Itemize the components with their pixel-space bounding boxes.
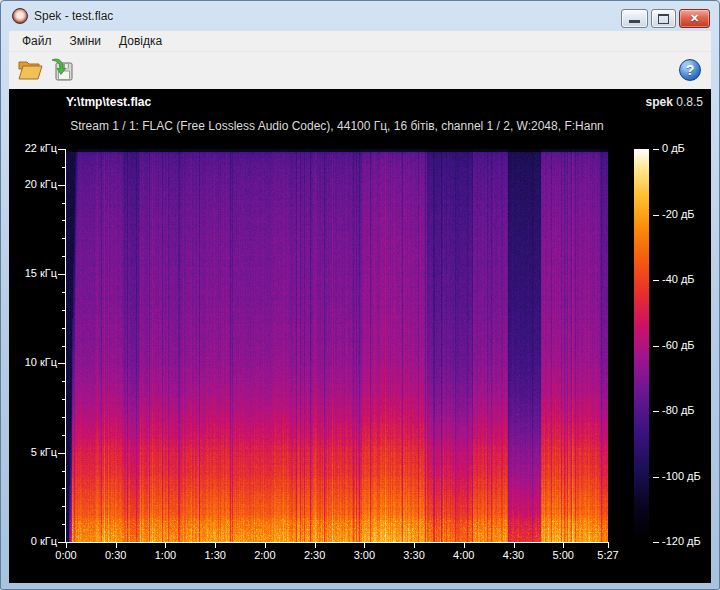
help-button[interactable]: ?: [675, 55, 705, 85]
y-axis-line: [65, 149, 66, 543]
y-tick-label: 10 кГц: [9, 356, 57, 368]
y-tick-label: 15 кГц: [9, 267, 57, 279]
legend-tick-label: 0 дБ: [662, 142, 685, 154]
x-tick-label: 2:00: [245, 549, 285, 561]
menubar: Файл Зміни Довідка: [9, 31, 711, 52]
plot-area: Y:\tmp\test.flac spek 0.8.5 Stream 1 / 1…: [9, 89, 711, 583]
legend-tick-label: -120 дБ: [662, 535, 701, 547]
brand-version: 0.8.5: [676, 95, 703, 109]
save-image-button[interactable]: [47, 55, 77, 85]
brand-name: spek: [646, 95, 673, 109]
legend-tick: [653, 346, 659, 347]
menu-item-edit[interactable]: Зміни: [61, 31, 111, 51]
x-tick-label: 1:30: [195, 549, 235, 561]
window-title: Spek - test.flac: [34, 9, 113, 23]
x-tick-label: 3:30: [394, 549, 434, 561]
minimize-icon: [629, 20, 640, 23]
legend-tick-label: -100 дБ: [662, 470, 701, 482]
spectrogram-canvas: [66, 149, 608, 542]
legend-tick: [653, 542, 659, 543]
x-tick-label: 5:00: [543, 549, 583, 561]
open-file-button[interactable]: [15, 55, 45, 85]
x-tick-label: 1:00: [145, 549, 185, 561]
menu-item-file[interactable]: Файл: [13, 31, 61, 51]
legend-tick-label: -80 дБ: [662, 404, 695, 416]
legend-tick-label: -60 дБ: [662, 339, 695, 351]
legend-tick: [653, 215, 659, 216]
stream-info-label: Stream 1 / 1: FLAC (Free Lossless Audio …: [66, 119, 608, 133]
titlebar[interactable]: Spek - test.flac ✕: [1, 1, 719, 31]
legend-tick: [653, 477, 659, 478]
x-tick-label: 0:30: [96, 549, 136, 561]
legend-tick-label: -40 дБ: [662, 273, 695, 285]
x-tick-label: 0:00: [46, 549, 86, 561]
y-tick-label: 5 кГц: [9, 446, 57, 458]
y-tick-label: 20 кГц: [9, 178, 57, 190]
x-tick-label: 4:30: [494, 549, 534, 561]
open-folder-icon: [17, 58, 44, 82]
close-icon: ✕: [680, 10, 709, 27]
maximize-icon: [658, 14, 669, 24]
file-path-label: Y:\tmp\test.flac: [66, 95, 151, 109]
y-tick-label: 0 кГц: [9, 535, 57, 547]
legend-tick: [653, 411, 659, 412]
minimize-button[interactable]: [621, 9, 648, 28]
x-tick-label: 4:00: [444, 549, 484, 561]
x-tick-label: 3:00: [344, 549, 384, 561]
spek-app-icon[interactable]: [12, 8, 28, 24]
x-tick-label: 2:30: [295, 549, 335, 561]
save-image-icon: [49, 57, 75, 83]
y-tick-label: 22 кГц: [9, 142, 57, 154]
legend-color-bar: [634, 149, 649, 542]
brand-line: spek 0.8.5: [646, 95, 703, 109]
menu-item-help[interactable]: Довідка: [110, 31, 171, 51]
x-tick-label: 5:27: [588, 549, 628, 561]
help-icon: ?: [679, 59, 701, 81]
legend-tick-label: -20 дБ: [662, 208, 695, 220]
spek-window: Spek - test.flac ✕ Файл Зміни Довідка: [0, 0, 720, 590]
maximize-button[interactable]: [651, 9, 676, 28]
toolbar: ?: [9, 52, 711, 89]
x-axis-line: [65, 542, 609, 543]
close-button[interactable]: ✕: [679, 9, 710, 28]
legend-tick: [653, 149, 659, 150]
legend-tick: [653, 280, 659, 281]
